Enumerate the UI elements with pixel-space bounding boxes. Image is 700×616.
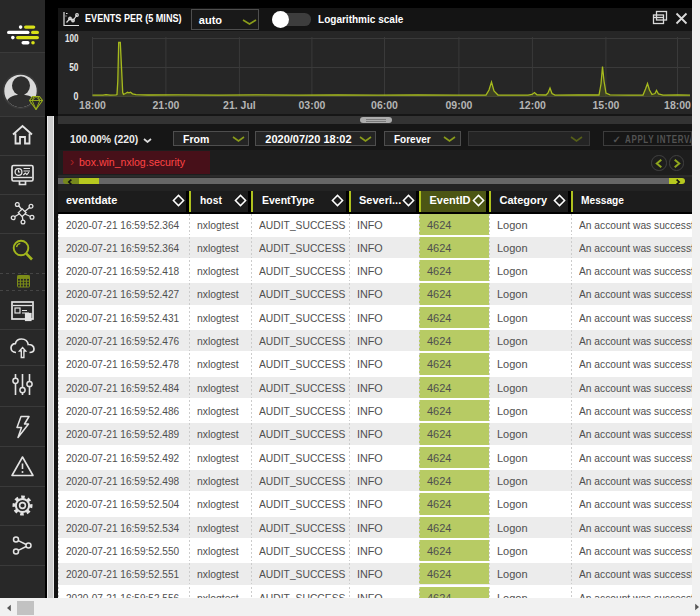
svg-text:18:00: 18:00 xyxy=(79,99,106,111)
svg-text:0: 0 xyxy=(73,90,78,102)
svg-text:15:00: 15:00 xyxy=(592,99,619,111)
svg-text:18:00: 18:00 xyxy=(664,99,691,111)
svg-text:09:00: 09:00 xyxy=(445,99,472,111)
svg-text:50: 50 xyxy=(69,61,78,73)
svg-text:21:00: 21:00 xyxy=(152,99,179,111)
svg-text:06:00: 06:00 xyxy=(371,99,398,111)
svg-text:100: 100 xyxy=(65,32,79,44)
svg-text:12:00: 12:00 xyxy=(518,99,545,111)
svg-text:21. Jul: 21. Jul xyxy=(223,99,256,111)
svg-text:03:00: 03:00 xyxy=(298,99,325,111)
